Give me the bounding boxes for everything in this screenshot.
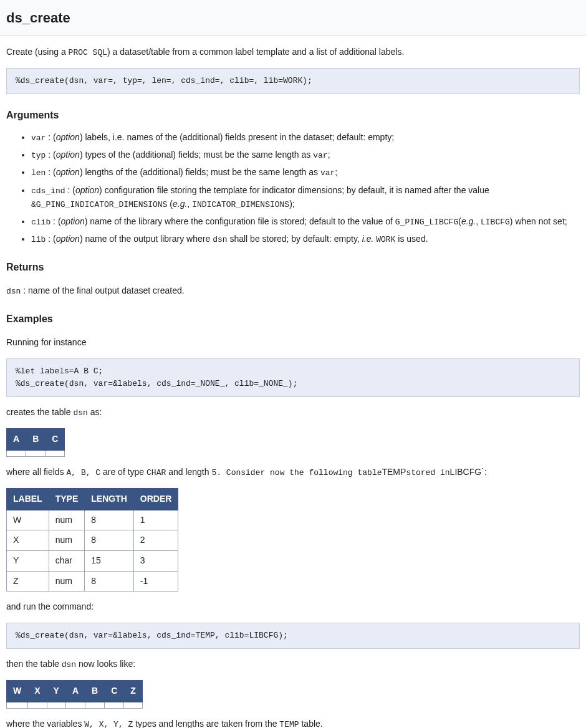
table-header: W bbox=[7, 681, 28, 702]
table-cell: 1 bbox=[133, 510, 178, 530]
argument-name: len bbox=[31, 168, 46, 178]
table-cell: num bbox=[49, 571, 85, 592]
table-cell bbox=[124, 702, 143, 708]
where2-paragraph: where the variables W, X, Y, Z types and… bbox=[6, 717, 580, 728]
table-cell bbox=[105, 702, 124, 708]
table-cell: X bbox=[7, 530, 49, 551]
table-cell bbox=[65, 702, 85, 708]
table-cell: num bbox=[49, 530, 85, 551]
example-table-1: ABC bbox=[6, 428, 65, 457]
argument-item: typ : (option) types of the (additional)… bbox=[31, 148, 580, 162]
argument-item: cds_ind : (option) configuration file st… bbox=[31, 184, 580, 211]
table-header: TYPE bbox=[49, 488, 85, 510]
table-header: Z bbox=[124, 681, 143, 702]
argument-name: var bbox=[31, 133, 46, 143]
table-cell bbox=[7, 450, 26, 456]
table-header: C bbox=[105, 681, 124, 702]
table-header: LABEL bbox=[7, 488, 49, 510]
argument-name: typ bbox=[31, 151, 46, 160]
examples-intro: Running for instance bbox=[6, 336, 580, 350]
intro-code: PROC SQL bbox=[69, 48, 107, 57]
argument-name: lib bbox=[31, 235, 46, 244]
table-cell: W bbox=[7, 510, 49, 530]
table-header: ORDER bbox=[133, 488, 178, 510]
table-cell bbox=[85, 702, 105, 708]
returns-code: dsn bbox=[6, 287, 21, 296]
table-cell: Y bbox=[7, 550, 49, 571]
table-cell: Z bbox=[7, 571, 49, 592]
argument-item: clib : (option) name of the library wher… bbox=[31, 215, 580, 229]
table-header: LENGTH bbox=[85, 488, 134, 510]
then-paragraph: then the table dsn now looks like: bbox=[6, 658, 580, 671]
table-cell: num bbox=[49, 510, 85, 530]
argument-item: var : (option) labels, i.e. names of the… bbox=[31, 131, 580, 145]
returns-paragraph: dsn : name of the final output dataset c… bbox=[6, 284, 580, 298]
example-code-2: %ds_create(dsn, var=&labels, cds_ind=TEM… bbox=[6, 623, 580, 649]
argument-name: cds_ind bbox=[31, 186, 65, 196]
title-bar: ds_create bbox=[0, 0, 586, 36]
table-cell: 8 bbox=[85, 510, 134, 530]
table-cell: -1 bbox=[133, 571, 178, 592]
table-header: A bbox=[7, 429, 26, 451]
arguments-list: var : (option) labels, i.e. names of the… bbox=[6, 131, 580, 246]
table-header: B bbox=[26, 429, 46, 451]
table-cell bbox=[7, 702, 28, 708]
table-cell bbox=[47, 702, 65, 708]
arguments-heading: Arguments bbox=[6, 108, 580, 123]
example-table-2: LABELTYPELENGTHORDERWnum81Xnum82Ychar153… bbox=[6, 488, 178, 592]
table-cell bbox=[28, 702, 47, 708]
table-cell: 8 bbox=[85, 571, 134, 592]
table-cell: 15 bbox=[85, 550, 134, 571]
creates-suffix: as: bbox=[88, 407, 102, 417]
creates-paragraph: creates the table dsn as: bbox=[6, 406, 580, 419]
table-row: Ychar153 bbox=[7, 550, 178, 571]
and-run-paragraph: and run the command: bbox=[6, 600, 580, 614]
examples-heading: Examples bbox=[6, 312, 580, 327]
where-paragraph: where all fields A, B, C are of type CHA… bbox=[6, 466, 580, 479]
example-table-3: WXYABCZ bbox=[6, 680, 143, 709]
then-prefix: then the table bbox=[6, 659, 62, 669]
table-header: Y bbox=[47, 681, 65, 702]
table-cell: char bbox=[49, 550, 85, 571]
table-header: C bbox=[46, 429, 65, 451]
table-header: B bbox=[85, 681, 105, 702]
then-code: dsn bbox=[62, 660, 76, 669]
intro-suffix: ) a dataset/table from a common label te… bbox=[107, 47, 404, 57]
returns-text: : name of the final output dataset creat… bbox=[21, 285, 184, 295]
argument-name: clib bbox=[31, 218, 50, 227]
intro-prefix: Create (using a bbox=[6, 47, 69, 57]
table-cell: 8 bbox=[85, 530, 134, 551]
argument-item: len : (option) lengths of the (additiona… bbox=[31, 166, 580, 180]
table-row: Znum8-1 bbox=[7, 571, 178, 592]
then-suffix: now looks like: bbox=[76, 659, 135, 669]
table-cell bbox=[26, 450, 46, 456]
table-header: A bbox=[65, 681, 85, 702]
table-cell bbox=[46, 450, 65, 456]
table-row: Xnum82 bbox=[7, 530, 178, 551]
creates-code: dsn bbox=[73, 408, 87, 418]
intro-paragraph: Create (using a PROC SQL) a dataset/tabl… bbox=[6, 46, 580, 59]
page-title: ds_create bbox=[6, 7, 580, 29]
table-header: X bbox=[28, 681, 47, 702]
creates-prefix: creates the table bbox=[6, 407, 73, 417]
argument-item: lib : (option) name of the output librar… bbox=[31, 232, 580, 246]
returns-heading: Returns bbox=[6, 260, 580, 275]
table-cell: 3 bbox=[133, 550, 178, 571]
signature-codeblock: %ds_create(dsn, var=, typ=, len=, cds_in… bbox=[6, 68, 580, 94]
table-cell: 2 bbox=[133, 530, 178, 551]
example-code-1: %let labels=A B C; %ds_create(dsn, var=&… bbox=[6, 358, 580, 397]
table-row: Wnum81 bbox=[7, 510, 178, 530]
